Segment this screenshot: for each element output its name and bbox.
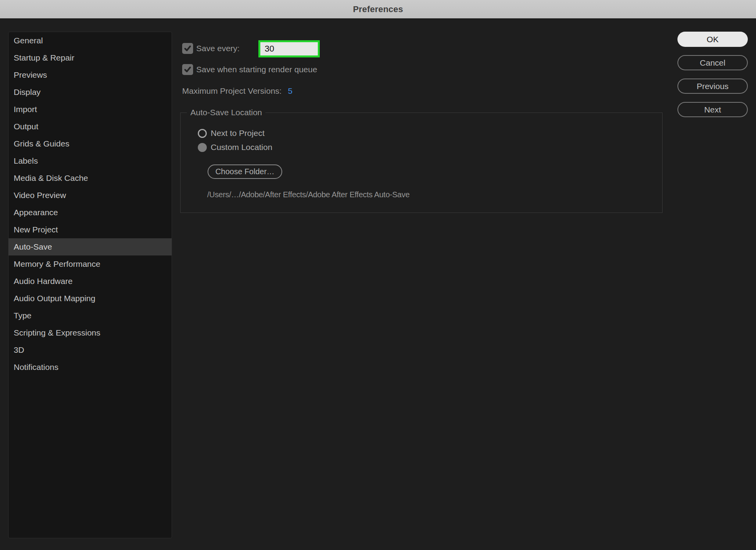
next-to-project-radio-label[interactable]: Next to Project <box>211 129 265 138</box>
sidebar-item-general[interactable]: General <box>9 32 172 49</box>
sidebar-item-display[interactable]: Display <box>9 84 172 101</box>
save-every-label[interactable]: Save every: <box>196 44 240 53</box>
custom-location-radio[interactable] <box>198 143 207 152</box>
custom-location-radio-row: Custom Location <box>198 143 272 152</box>
sidebar-item-audio-hardware[interactable]: Audio Hardware <box>9 273 172 290</box>
sidebar-item-memory-performance[interactable]: Memory & Performance <box>9 255 172 273</box>
max-versions-value[interactable]: 5 <box>288 86 292 96</box>
sidebar-item-3d[interactable]: 3D <box>9 341 172 359</box>
auto-save-location-group-title: Auto-Save Location <box>187 108 265 117</box>
checkmark-icon <box>184 45 192 52</box>
sidebar-item-video-preview[interactable]: Video Preview <box>9 187 172 204</box>
previous-button[interactable]: Previous <box>677 79 748 94</box>
sidebar-item-auto-save[interactable]: Auto-Save <box>9 238 172 255</box>
sidebar-item-labels[interactable]: Labels <box>9 152 172 170</box>
max-versions-label: Maximum Project Versions: <box>182 86 281 96</box>
sidebar-item-new-project[interactable]: New Project <box>9 221 172 238</box>
sidebar-item-media-disk-cache[interactable]: Media & Disk Cache <box>9 170 172 187</box>
sidebar-item-scripting-expressions[interactable]: Scripting & Expressions <box>9 324 172 341</box>
ok-button[interactable]: OK <box>677 32 748 47</box>
titlebar: Preferences <box>0 0 756 19</box>
next-to-project-radio[interactable] <box>198 129 207 138</box>
sidebar-item-previews[interactable]: Previews <box>9 66 172 84</box>
next-button[interactable]: Next <box>677 102 748 117</box>
save-render-queue-row: Save when starting render queue <box>182 61 317 78</box>
save-render-queue-label[interactable]: Save when starting render queue <box>196 65 317 74</box>
sidebar-item-type[interactable]: Type <box>9 307 172 324</box>
sidebar-item-output[interactable]: Output <box>9 118 172 135</box>
sidebar-item-startup-repair[interactable]: Startup & Repair <box>9 49 172 66</box>
max-versions-row: Maximum Project Versions: 5 <box>182 82 292 100</box>
save-every-input[interactable] <box>258 40 320 57</box>
sidebar-item-appearance[interactable]: Appearance <box>9 204 172 221</box>
checkmark-icon <box>184 66 192 73</box>
dialog-title: Preferences <box>353 4 403 14</box>
sidebar-item-audio-output-mapping[interactable]: Audio Output Mapping <box>9 290 172 307</box>
save-render-queue-checkbox[interactable] <box>182 64 193 75</box>
sidebar-item-import[interactable]: Import <box>9 101 172 118</box>
preferences-category-list: General Startup & Repair Previews Displa… <box>8 32 172 538</box>
sidebar-item-grids-guides[interactable]: Grids & Guides <box>9 135 172 152</box>
save-every-row: Save every: <box>182 40 240 57</box>
cancel-button[interactable]: Cancel <box>677 55 748 70</box>
custom-location-radio-label[interactable]: Custom Location <box>211 143 272 152</box>
next-to-project-radio-row: Next to Project <box>198 129 265 138</box>
auto-save-location-group: Auto-Save Location Next to Project Custo… <box>180 112 663 213</box>
save-every-checkbox[interactable] <box>182 43 193 54</box>
auto-save-path: /Users/…/Adobe/After Effects/Adobe After… <box>207 190 410 199</box>
sidebar-item-notifications[interactable]: Notifications <box>9 359 172 376</box>
choose-folder-button[interactable]: Choose Folder… <box>208 164 282 179</box>
